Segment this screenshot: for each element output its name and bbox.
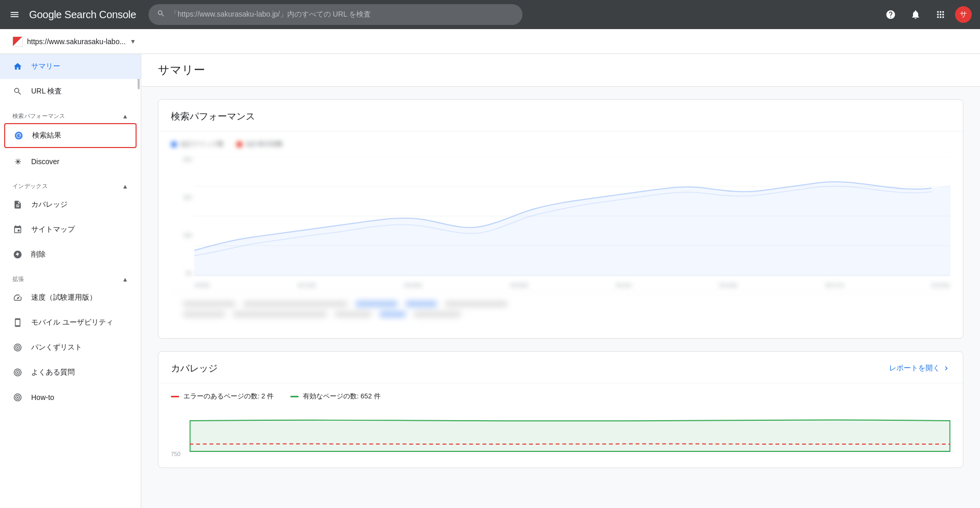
notifications-button[interactable] xyxy=(905,4,926,25)
sidebar-item-faq[interactable]: よくある質問 xyxy=(0,360,141,385)
legend-item-2: 合計表示回数 xyxy=(236,140,283,149)
svg-point-6 xyxy=(17,372,19,373)
sidebar-item-coverage[interactable]: カバレッジ xyxy=(0,192,141,217)
coverage-report-link[interactable]: レポートを開く xyxy=(889,364,950,373)
enhancements-section-label: 拡張 xyxy=(12,275,24,283)
error-legend-label: エラーのあるページの数: 2 件 xyxy=(183,392,274,401)
breadcrumb-nav-icon xyxy=(12,342,23,353)
collapse-search-icon[interactable]: ▲ xyxy=(122,113,128,120)
sitemap-label: サイトマップ xyxy=(31,225,75,234)
howto-label: How-to xyxy=(31,393,54,402)
chart-svg xyxy=(194,157,950,276)
coverage-icon xyxy=(12,199,23,210)
sidebar-item-url-inspection[interactable]: URL 検査 xyxy=(0,79,141,104)
coverage-card-title: カバレッジ xyxy=(171,362,218,375)
user-avatar[interactable]: サ xyxy=(955,6,972,23)
coverage-card: カバレッジ レポートを開く エラーのあるページの数: 2 件 xyxy=(158,351,963,468)
sidebar-item-howto[interactable]: How-to xyxy=(0,385,141,410)
error-legend-line xyxy=(171,396,179,397)
enhancements-section-header: 拡張 ▲ xyxy=(0,267,141,285)
data-row-2 xyxy=(183,309,938,319)
speed-label: 速度（試験運用版） xyxy=(31,293,97,302)
search-bar[interactable]: 「https://www.sakurasaku-labo.jp/」内のすべての … xyxy=(149,4,522,25)
search-performance-section-header: 検索パフォーマンス ▲ xyxy=(0,104,141,122)
mobile-label: モバイル ユーザビリティ xyxy=(31,318,113,327)
performance-card-title: 検索パフォーマンス xyxy=(171,110,255,123)
chart-legend: 合計クリック数 合計表示回数 xyxy=(171,140,950,149)
sidebar-item-search-results[interactable]: 検索結果 xyxy=(4,123,137,148)
sidebar-item-mobile[interactable]: モバイル ユーザビリティ xyxy=(0,310,141,335)
valid-legend-label: 有効なページの数: 652 件 xyxy=(303,392,381,401)
data-row-1 xyxy=(183,299,938,309)
index-section-label: インデックス xyxy=(12,182,48,190)
google-g-icon xyxy=(14,130,24,141)
valid-legend-item: 有効なページの数: 652 件 xyxy=(290,392,381,401)
performance-card: 検索パフォーマンス 合計クリック数 合計表示回数 xyxy=(158,99,963,339)
main-layout: サマリー URL 検査 検索パフォーマンス ▲ 検索結果 xyxy=(0,54,980,508)
sidebar-item-summary[interactable]: サマリー xyxy=(0,54,141,79)
url-inspection-label: URL 検査 xyxy=(31,87,62,96)
sidebar-item-sitemap[interactable]: サイトマップ xyxy=(0,217,141,242)
sitemap-icon xyxy=(12,224,23,235)
chart-x-labels: 4月5日 4月12日 4月19日 4月26日 5月3日 5月10日 5月17日 … xyxy=(194,279,950,292)
performance-chart-area: 合計クリック数 合計表示回数 200 150 100 xyxy=(158,131,963,338)
sidebar-item-breadcrumb[interactable]: パンくずリスト xyxy=(0,335,141,360)
coverage-card-header: カバレッジ レポートを開く xyxy=(158,352,963,383)
legend-item-1: 合計クリック数 xyxy=(171,140,224,149)
collapse-enhancements-icon[interactable]: ▲ xyxy=(122,276,128,283)
menu-icon[interactable] xyxy=(8,8,21,21)
removal-icon xyxy=(12,249,23,260)
coverage-label: カバレッジ xyxy=(31,200,68,209)
svg-point-3 xyxy=(17,347,19,349)
faq-label: よくある質問 xyxy=(31,368,75,377)
coverage-chart: 750 xyxy=(158,405,963,467)
breadcrumb-label: パンくずリスト xyxy=(31,343,82,352)
search-nav-icon xyxy=(12,86,23,97)
sidebar-item-discover[interactable]: ✳ Discover xyxy=(0,149,141,174)
howto-icon xyxy=(12,392,23,403)
removal-label: 削除 xyxy=(31,250,46,259)
summary-label: サマリー xyxy=(31,62,60,71)
content-area: 検索パフォーマンス 合計クリック数 合計表示回数 xyxy=(141,87,980,480)
performance-card-header: 検索パフォーマンス xyxy=(158,100,963,131)
chart-container: 200 150 100 50 xyxy=(171,157,950,292)
valid-legend-line xyxy=(290,396,299,397)
page-header: サマリー xyxy=(141,54,980,87)
main-content: サマリー 検索パフォーマンス 合計クリック数 xyxy=(141,54,980,508)
chart-y-labels: 200 150 100 50 xyxy=(171,157,192,276)
top-header: Google Search Console 「https://www.sakur… xyxy=(0,0,980,29)
index-section-header: インデックス ▲ xyxy=(0,174,141,192)
site-favicon xyxy=(12,36,23,47)
app-logo: Google Search Console xyxy=(29,9,136,21)
error-legend-item: エラーのあるページの数: 2 件 xyxy=(171,392,274,401)
search-performance-section-label: 検索パフォーマンス xyxy=(12,112,65,120)
site-url: https://www.sakurasaku-labo... xyxy=(27,37,126,46)
coverage-y-label: 750 xyxy=(171,451,180,457)
apps-button[interactable] xyxy=(930,4,951,25)
site-selector[interactable]: https://www.sakurasaku-labo... ▼ xyxy=(8,34,140,49)
chevron-down-icon: ▼ xyxy=(130,38,136,45)
faq-icon xyxy=(12,367,23,378)
sub-header: https://www.sakurasaku-labo... ▼ xyxy=(0,29,980,54)
page-title: サマリー xyxy=(158,62,963,78)
search-placeholder: 「https://www.sakurasaku-labo.jp/」内のすべての … xyxy=(170,10,371,19)
collapse-index-icon[interactable]: ▲ xyxy=(122,183,128,190)
discover-icon: ✳ xyxy=(12,156,23,167)
search-results-label: 検索結果 xyxy=(32,131,61,140)
home-icon xyxy=(12,61,23,72)
mobile-icon xyxy=(12,317,23,328)
sidebar: サマリー URL 検査 検索パフォーマンス ▲ 検索結果 xyxy=(0,54,141,508)
help-button[interactable] xyxy=(880,4,901,25)
coverage-legend: エラーのあるページの数: 2 件 有効なページの数: 652 件 xyxy=(158,383,963,405)
svg-point-9 xyxy=(17,397,19,398)
sidebar-item-speed[interactable]: 速度（試験運用版） xyxy=(0,285,141,310)
speed-icon xyxy=(12,292,23,303)
discover-label: Discover xyxy=(31,157,59,166)
chart-bottom-data xyxy=(171,292,950,328)
sidebar-item-removal[interactable]: 削除 xyxy=(0,242,141,267)
header-actions: サ xyxy=(880,4,972,25)
search-icon xyxy=(157,9,165,20)
